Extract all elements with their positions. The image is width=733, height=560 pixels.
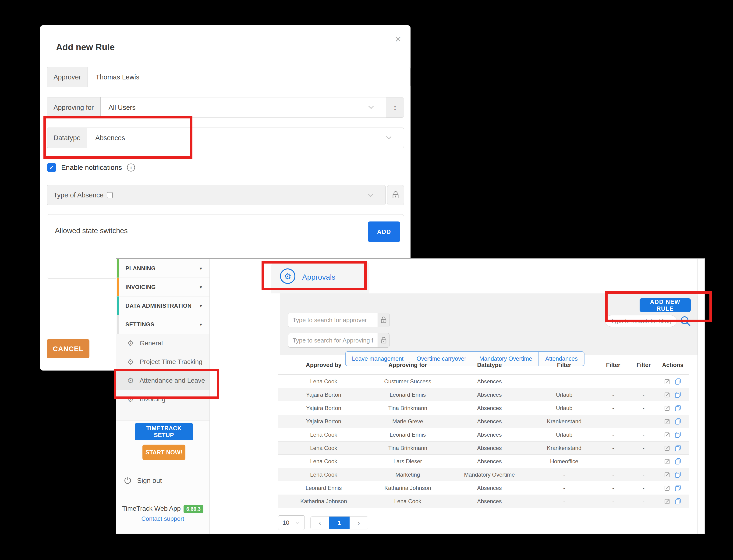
edit-icon[interactable]	[664, 405, 671, 412]
chevron-down-icon[interactable]	[386, 134, 391, 139]
edit-icon[interactable]	[664, 471, 671, 478]
edit-icon[interactable]	[664, 378, 671, 385]
search-approving-for-field[interactable]	[288, 333, 389, 348]
section-accent-bar	[117, 315, 119, 334]
copy-icon[interactable]	[674, 484, 682, 492]
edit-icon[interactable]	[664, 498, 671, 505]
table-row[interactable]: Yajaira Borton Leonard Ennis Absences Ur…	[278, 388, 689, 401]
edit-icon[interactable]	[664, 458, 671, 465]
add-switch-button[interactable]: ADD	[368, 221, 400, 242]
app-name: TimeTrack Web App	[122, 505, 181, 512]
current-page-button[interactable]: 1	[329, 517, 349, 529]
copy-icon[interactable]	[674, 471, 682, 478]
caret-down-icon: ▾	[200, 266, 202, 271]
cell-approved-by: Yajaira Borton	[278, 418, 369, 425]
table-row[interactable]: Lena Cook Marketing Mandatory Overtime -…	[278, 468, 689, 481]
annotation-box-add-new-rule	[605, 291, 712, 322]
edit-icon[interactable]	[664, 391, 671, 398]
cell-filter-2: -	[596, 445, 631, 451]
cell-filter-3: -	[631, 471, 656, 478]
notifications-checkbox[interactable]: ✓	[47, 163, 56, 172]
copy-icon[interactable]	[674, 404, 682, 412]
sign-out-button[interactable]: Sign out	[123, 476, 162, 485]
close-icon[interactable]: ×	[395, 34, 401, 44]
cell-filter-3: -	[631, 498, 656, 505]
cell-approving-for: Lars Dieser	[369, 458, 446, 465]
copy-icon[interactable]	[674, 458, 682, 465]
cell-filter-2: -	[596, 498, 631, 505]
start-now-button[interactable]: START NOW!	[143, 445, 185, 460]
enable-notifications-row: ✓ Enable notifications i	[47, 163, 135, 172]
annotation-box-attendance-and-leave	[114, 369, 219, 399]
cell-actions	[656, 471, 689, 478]
cell-approved-by: Katharina Johnson	[278, 498, 369, 505]
table-row[interactable]: Yajaira Borton Tina Brinkmann Absences U…	[278, 401, 689, 415]
type-of-absence-value[interactable]	[119, 185, 385, 205]
cell-approving-for: Custumer Success	[369, 378, 446, 385]
sidebar-settings-item[interactable]: ⚙ Project Time Tracking	[116, 353, 210, 371]
cancel-button[interactable]: CANCEL	[47, 339, 89, 358]
search-approver-input[interactable]	[289, 313, 377, 327]
cell-actions	[656, 498, 689, 505]
table-row[interactable]: Leonard Ennis Katharina Johnson Absences…	[278, 481, 689, 495]
type-of-absence-checkbox[interactable]	[107, 192, 113, 198]
edit-icon[interactable]	[664, 445, 671, 452]
table-row[interactable]: Lena Cook Lars Dieser Absences Homeoffic…	[278, 455, 689, 468]
contact-support-link[interactable]: Contact support	[116, 515, 210, 522]
sidebar-section-label: INVOICING	[125, 284, 156, 290]
copy-icon[interactable]	[674, 444, 682, 452]
table-row[interactable]: Lena Cook Custumer Success Absences - - …	[278, 375, 689, 388]
chevron-down-icon[interactable]	[368, 192, 373, 197]
edit-icon[interactable]	[664, 431, 671, 438]
edit-icon[interactable]	[664, 418, 671, 425]
approving-for-field[interactable]: Approving for All Users :	[47, 97, 404, 118]
cell-filter-2: -	[596, 485, 631, 491]
sidebar-section[interactable]: DATA ADMINISTRATION ▾	[116, 296, 210, 315]
timetrack-setup-button[interactable]: TIMETRACK SETUP	[135, 423, 193, 440]
cell-approving-for: Lena Cook	[369, 498, 446, 505]
sign-out-label: Sign out	[137, 477, 162, 485]
sidebar-section[interactable]: SETTINGS ▾	[116, 315, 210, 334]
approving-for-value[interactable]: All Users	[101, 97, 386, 118]
approving-for-label: Approving for	[47, 97, 101, 118]
type-of-absence-field[interactable]: Type of Absence	[47, 185, 386, 205]
next-page-button[interactable]: ›	[350, 517, 368, 529]
sidebar-settings-item[interactable]: ⚙ General	[116, 334, 210, 353]
page-size-select[interactable]: 10	[278, 515, 305, 530]
copy-icon[interactable]	[674, 418, 682, 425]
chevron-down-icon[interactable]	[368, 104, 374, 109]
approver-field[interactable]: Approver Thomas Lewis	[47, 67, 410, 87]
approver-lock-button[interactable]	[377, 313, 389, 327]
cell-approving-for: Marie Greve	[369, 418, 446, 425]
search-approver-field[interactable]	[288, 313, 389, 327]
cell-filter-2: -	[596, 458, 631, 465]
table-row[interactable]: Lena Cook Tina Brinkmann Absences Kranke…	[278, 441, 689, 455]
cell-actions	[656, 484, 689, 492]
column-header: Actions	[656, 362, 689, 368]
table-row[interactable]: Lena Cook Leonard Ennis Absences Urlaub …	[278, 428, 689, 441]
approvals-table: Approved by Approving for Datatype Filte…	[278, 355, 689, 508]
sidebar-section[interactable]: INVOICING ▾	[116, 278, 210, 296]
cell-actions	[656, 404, 689, 412]
cell-actions	[656, 418, 689, 425]
edit-icon[interactable]	[664, 485, 671, 492]
copy-icon[interactable]	[674, 498, 682, 505]
copy-icon[interactable]	[674, 391, 682, 399]
approving-for-options-button[interactable]: :	[386, 97, 404, 118]
settings-item-label: General	[140, 339, 163, 347]
table-row[interactable]: Yajaira Borton Marie Greve Absences Kran…	[278, 415, 689, 428]
copy-icon[interactable]	[674, 378, 682, 385]
search-approving-for-input[interactable]	[289, 333, 377, 347]
lock-icon	[380, 336, 387, 344]
prev-page-button[interactable]: ‹	[311, 517, 329, 529]
table-row[interactable]: Katharina Johnson Lena Cook Absences - -…	[278, 495, 689, 508]
approving-for-lock-button[interactable]	[377, 333, 389, 347]
table-header-row: Approved by Approving for Datatype Filte…	[278, 355, 689, 375]
approver-value[interactable]: Thomas Lewis	[88, 67, 410, 87]
type-of-absence-lock-button[interactable]	[387, 185, 404, 205]
sidebar-section[interactable]: PLANNING ▾	[116, 259, 210, 278]
cell-filter-3: -	[631, 445, 656, 451]
approver-label: Approver	[47, 67, 88, 87]
modal-header-divider	[40, 57, 410, 57]
copy-icon[interactable]	[674, 431, 682, 439]
